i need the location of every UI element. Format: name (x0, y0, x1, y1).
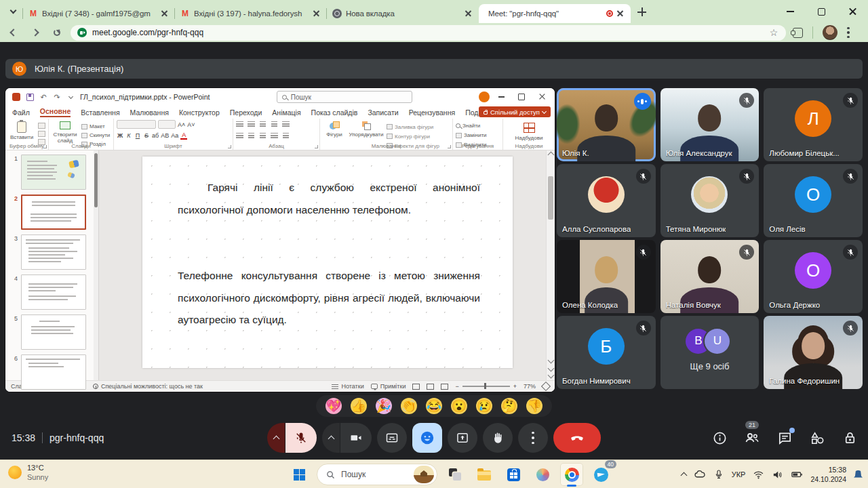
participant-tile[interactable]: Галина Федоришин (764, 316, 863, 389)
line-spacing-icon[interactable] (282, 121, 290, 128)
font-size-select[interactable] (158, 120, 176, 129)
shapes-button[interactable]: Фігури (323, 121, 346, 138)
reaction-surprise[interactable]: 😮 (451, 398, 467, 414)
font-color-button[interactable]: А (180, 131, 187, 140)
copy-icon[interactable] (38, 131, 45, 137)
underline-button[interactable]: П (134, 132, 141, 139)
mic-options-chevron[interactable] (267, 423, 285, 453)
chat-button[interactable] (776, 429, 793, 447)
reading-view-icon[interactable] (427, 384, 434, 390)
scroll-down-icon[interactable] (548, 372, 555, 379)
accessibility-status[interactable]: Спеціальні можливості: щось не так (93, 383, 203, 390)
scroll-up-icon[interactable] (548, 152, 555, 159)
copilot-button[interactable] (531, 463, 554, 486)
shared-powerpoint-window[interactable]: ↶ ↷ ГЛ_психол_підтримки.pptx - PowerPoin… (5, 88, 555, 392)
slide-thumb-4[interactable]: 4 (9, 274, 98, 310)
captions-button[interactable] (377, 423, 407, 453)
thumbnail-scrollbar[interactable] (94, 150, 98, 380)
font-name-select[interactable] (117, 120, 156, 129)
participant-tile[interactable]: Олена Колодка (557, 240, 656, 313)
participant-tile[interactable]: Юлія Александрук (660, 88, 760, 161)
reaction-laugh[interactable]: 😂 (426, 398, 442, 414)
columns-icon[interactable] (283, 133, 289, 140)
reaction-thumbs-down[interactable]: 👎 (526, 398, 542, 414)
slide-thumb-3[interactable]: 3 (9, 235, 98, 270)
scrollbar-thumb[interactable] (548, 176, 553, 220)
participant-tile[interactable]: О Оля Лесів (764, 164, 863, 237)
bold-button[interactable]: Ж (117, 132, 123, 139)
minimize-button[interactable] (774, 0, 806, 23)
case-button[interactable]: АВ (161, 132, 169, 139)
leave-call-button[interactable] (553, 423, 601, 453)
align-right-icon[interactable] (260, 133, 266, 140)
microsoft-store-button[interactable] (502, 463, 525, 486)
task-view-button[interactable] (443, 463, 467, 486)
ppt-minimize-button[interactable] (492, 90, 510, 104)
activities-button[interactable] (808, 429, 826, 447)
close-button[interactable] (837, 0, 868, 23)
dialog-launcher-icon[interactable] (315, 145, 318, 148)
undo-icon[interactable]: ↶ (39, 92, 48, 102)
wifi-icon[interactable] (753, 469, 764, 481)
camera-toggle-button[interactable] (340, 423, 372, 453)
maximize-button[interactable] (806, 0, 837, 23)
addins-button[interactable]: Надбудови (506, 121, 552, 141)
justify-icon[interactable] (271, 133, 278, 140)
slide-thumb-6[interactable]: 6 (9, 354, 98, 390)
notes-toggle[interactable]: Нотатки (332, 383, 363, 390)
participant-tile[interactable]: Алла Суслопарова (557, 164, 656, 237)
new-slide-button[interactable]: Створити слайд (52, 121, 79, 144)
volume-icon[interactable] (772, 469, 783, 481)
slide-thumb-5[interactable]: 5 (9, 314, 98, 350)
reaction-sad[interactable]: 😢 (476, 398, 492, 414)
reaction-clap[interactable]: 👏 (401, 398, 417, 414)
reaction-party[interactable]: 🎉 (376, 398, 392, 414)
aa-button[interactable]: Аа (171, 132, 178, 139)
address-bar[interactable]: meet.google.com/pgr-hnfq-qqq ☆ (71, 25, 786, 41)
more-options-button[interactable] (518, 423, 548, 453)
participant-tile[interactable]: Б Богдан Нимирович (557, 316, 656, 389)
onedrive-icon[interactable] (694, 468, 706, 481)
chrome-taskbar-button[interactable] (560, 463, 583, 486)
tab-gmail-1[interactable]: M Вхідні (7 348) - galmf1975@gm (23, 4, 175, 23)
reset-button[interactable]: Скинути (81, 131, 110, 139)
char-spacing-button[interactable]: аб (152, 132, 159, 139)
browser-menu-icon[interactable] (847, 27, 850, 38)
menu-design[interactable]: Конструктор (179, 108, 220, 117)
participant-tile[interactable]: Л Любомир Білецьк... (764, 88, 863, 161)
taskbar-search[interactable]: Пошук (317, 464, 437, 485)
tab-meet-active[interactable]: Meet: "pgr-hnfq-qqq" (479, 4, 631, 23)
slideshow-icon[interactable] (441, 384, 448, 390)
ppt-close-button[interactable] (533, 90, 551, 104)
align-left-icon[interactable] (236, 133, 243, 140)
share-button[interactable]: Спільний доступ (479, 106, 551, 117)
strikethrough-button[interactable]: S (143, 132, 150, 139)
ppt-account-avatar[interactable] (479, 92, 490, 102)
tab-new-tab[interactable]: Нова вкладка (327, 4, 479, 23)
mic-toggle-button[interactable] (285, 423, 317, 453)
indent-increase-icon[interactable] (271, 121, 277, 128)
save-icon[interactable] (25, 92, 35, 102)
reaction-heart[interactable]: 💖 (326, 398, 342, 414)
participant-tile[interactable]: Наталія Вовчук (660, 240, 760, 313)
replace-button[interactable]: Замінити (456, 131, 487, 139)
bookmark-star-icon[interactable]: ☆ (768, 27, 779, 38)
taskbar-clock[interactable]: 15:3824.10.2024 (810, 465, 846, 484)
menu-record[interactable]: Записати (368, 108, 398, 117)
reaction-thumbs-up[interactable]: 👍 (351, 398, 367, 414)
menu-transitions[interactable]: Переходи (230, 108, 262, 117)
people-button[interactable]: 21 (743, 429, 761, 447)
slide-editor[interactable]: Гарячі лінії є службою екстреної анонімн… (142, 157, 513, 368)
next-slide-icon[interactable] (548, 365, 555, 372)
extensions-icon[interactable] (793, 28, 803, 38)
tab-close-icon[interactable] (464, 9, 473, 18)
meeting-details-button[interactable] (711, 429, 728, 447)
menu-file[interactable]: Файл (12, 108, 30, 117)
overflow-tile[interactable]: B U Ще 9 осіб (660, 316, 760, 389)
fit-slide-icon[interactable] (541, 382, 551, 391)
menu-animations[interactable]: Анімація (272, 108, 300, 117)
normal-view-icon[interactable] (412, 384, 420, 390)
raise-hand-button[interactable] (483, 423, 513, 453)
dialog-launcher-icon[interactable] (448, 145, 451, 148)
dialog-launcher-icon[interactable] (228, 145, 231, 148)
